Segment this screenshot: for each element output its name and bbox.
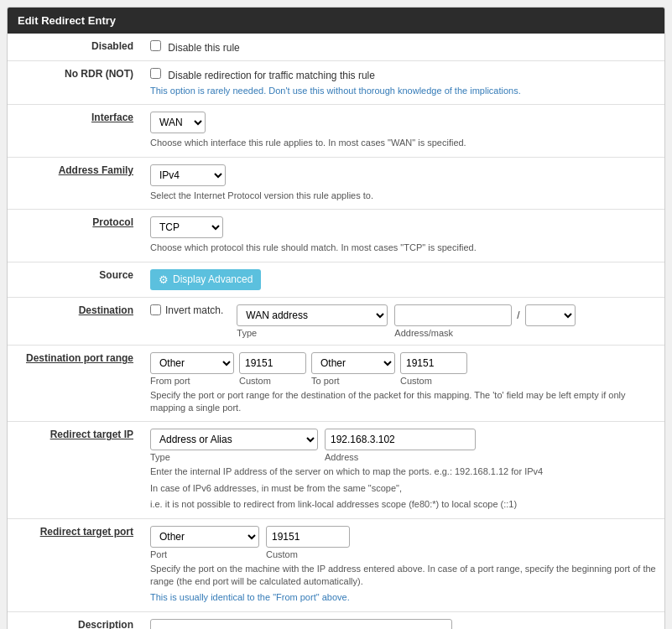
form-table: Disabled Disable this rule No RDR (NOT) …	[8, 34, 664, 629]
no-rdr-label: No RDR (NOT)	[8, 61, 142, 105]
interface-link[interactable]: Interface	[91, 112, 133, 123]
to-port-custom-group: Custom	[400, 352, 467, 386]
destination-address-label: Address/mask	[394, 328, 575, 338]
destination-type-label: Type	[237, 328, 388, 338]
from-port-type-group: Other HTTP HTTPS FTP SSH From port	[150, 352, 234, 386]
from-port-custom-input[interactable]	[239, 352, 306, 374]
redirect-port-custom-group: Custom	[266, 526, 350, 559]
destination-port-range-label: Destination port range	[8, 345, 142, 422]
redirect-ip-address-group: Address	[325, 429, 476, 462]
destination-cell: Invert match. WAN address Single host or…	[142, 297, 664, 345]
source-cell: ⚙ Display Advanced	[142, 262, 664, 297]
destination-port-range-help: Specify the port or port range for the d…	[150, 389, 656, 415]
no-rdr-checkbox-label[interactable]: Disable redirection for traffic matching…	[150, 70, 375, 81]
disabled-checkbox[interactable]	[150, 40, 161, 51]
description-cell: A description may be entered here for ad…	[142, 611, 664, 629]
interface-label: Interface	[8, 105, 142, 157]
destination-port-range-link[interactable]: Destination port range	[26, 352, 133, 364]
redirect-port-type-label: Port	[150, 549, 259, 559]
no-rdr-cell: Disable redirection for traffic matching…	[142, 61, 664, 105]
protocol-label: Protocol	[8, 210, 142, 262]
disabled-cell: Disable this rule	[142, 34, 664, 61]
redirect-ip-type-group: Address or Alias Single host or alias Ty…	[150, 429, 318, 462]
from-port-custom-label: Custom	[239, 376, 306, 386]
to-port-type-group: Other HTTP HTTPS FTP SSH To port	[311, 352, 395, 386]
description-input[interactable]	[150, 619, 452, 629]
display-advanced-button[interactable]: ⚙ Display Advanced	[150, 269, 261, 290]
destination-type-select[interactable]: WAN address Single host or alias Network…	[237, 304, 388, 326]
address-family-cell: IPv4 IPv6 IPv4+IPv6 Select the Internet …	[142, 157, 664, 209]
redirect-target-port-label: Redirect target port	[8, 518, 142, 611]
to-port-custom-input[interactable]	[400, 352, 467, 374]
to-port-type-select[interactable]: Other HTTP HTTPS FTP SSH	[311, 352, 395, 374]
redirect-target-port-cell: Other HTTP HTTPS FTP SSH Port Custom Spe…	[142, 518, 664, 611]
destination-address-input[interactable]	[394, 304, 512, 326]
destination-port-range-cell: Other HTTP HTTPS FTP SSH From port Custo…	[142, 345, 664, 422]
redirect-port-help1: Specify the port on the machine with the…	[150, 563, 656, 589]
destination-link[interactable]: Destination	[79, 304, 133, 316]
from-port-custom-group: Custom	[239, 352, 306, 386]
redirect-target-ip-link[interactable]: Redirect target IP	[50, 429, 133, 440]
redirect-ip-controls: Address or Alias Single host or alias Ty…	[150, 429, 656, 462]
address-family-row: Address Family IPv4 IPv6 IPv4+IPv6 Selec…	[8, 157, 664, 209]
destination-row: Destination Invert match. WAN address Si…	[8, 297, 664, 345]
redirect-target-port-select[interactable]: Other HTTP HTTPS FTP SSH	[150, 526, 259, 548]
redirect-target-ip-row: Redirect target IP Address or Alias Sing…	[8, 422, 664, 518]
invert-match-checkbox[interactable]	[150, 304, 161, 315]
redirect-ip-address-label: Address	[325, 452, 476, 462]
redirect-port-custom-label: Custom	[266, 549, 350, 559]
panel-title: Edit Redirect Entry	[8, 8, 664, 34]
redirect-port-controls: Other HTTP HTTPS FTP SSH Port Custom	[150, 526, 656, 559]
gear-icon: ⚙	[159, 273, 169, 286]
no-rdr-row: No RDR (NOT) Disable redirection for tra…	[8, 61, 664, 105]
to-port-label: To port	[311, 376, 395, 386]
invert-match-label: Invert match.	[165, 304, 223, 316]
protocol-row: Protocol TCP UDP TCP/UDP ICMP Choose whi…	[8, 210, 664, 262]
invert-match-group: Invert match.	[150, 304, 223, 316]
redirect-target-port-input[interactable]	[266, 526, 350, 548]
redirect-target-ip-input[interactable]	[325, 429, 476, 450]
interface-cell: WAN LAN OPT1 Choose which interface this…	[142, 105, 664, 157]
no-rdr-checkbox[interactable]	[150, 68, 161, 79]
redirect-ip-type-label: Type	[150, 452, 318, 462]
disabled-row: Disabled Disable this rule	[8, 34, 664, 61]
port-range-controls: Other HTTP HTTPS FTP SSH From port Custo…	[150, 352, 656, 386]
destination-label: Destination	[8, 297, 142, 345]
address-family-select[interactable]: IPv4 IPv6 IPv4+IPv6	[150, 164, 226, 186]
protocol-link[interactable]: Protocol	[92, 216, 133, 228]
dest-address-group: / Address/mask	[394, 304, 575, 338]
protocol-select[interactable]: TCP UDP TCP/UDP ICMP	[150, 216, 223, 238]
address-family-label: Address Family	[8, 157, 142, 209]
display-advanced-label: Display Advanced	[173, 273, 253, 285]
disabled-checkbox-label[interactable]: Disable this rule	[150, 42, 240, 54]
panel-title-text: Edit Redirect Entry	[18, 14, 116, 27]
slash-separator: /	[515, 305, 521, 325]
redirect-port-type-group: Other HTTP HTTPS FTP SSH Port	[150, 526, 259, 559]
redirect-target-ip-label: Redirect target IP	[8, 422, 142, 518]
destination-port-range-row: Destination port range Other HTTP HTTPS …	[8, 345, 664, 422]
no-rdr-help: This option is rarely needed. Don't use …	[150, 85, 656, 97]
to-port-custom-label: Custom	[400, 376, 467, 386]
disabled-label: Disabled	[8, 34, 142, 61]
redirect-target-ip-cell: Address or Alias Single host or alias Ty…	[142, 422, 664, 518]
from-port-label: From port	[150, 376, 234, 386]
destination-controls: Invert match. WAN address Single host or…	[150, 304, 656, 338]
description-row: Description A description may be entered…	[8, 611, 664, 629]
redirect-port-help2: This is usually identical to the "From p…	[150, 591, 656, 604]
interface-row: Interface WAN LAN OPT1 Choose which inte…	[8, 105, 664, 157]
address-family-help: Select the Internet Protocol version thi…	[150, 190, 656, 202]
redirect-ip-help2: In case of IPv6 addresses, in must be fr…	[150, 482, 656, 495]
from-port-type-select[interactable]: Other HTTP HTTPS FTP SSH	[150, 352, 234, 374]
redirect-target-port-row: Redirect target port Other HTTP HTTPS FT…	[8, 518, 664, 611]
edit-redirect-entry-panel: Edit Redirect Entry Disabled Disable thi…	[7, 7, 665, 629]
redirect-target-ip-type-select[interactable]: Address or Alias Single host or alias	[150, 429, 318, 450]
description-label: Description	[8, 611, 142, 629]
source-row: Source ⚙ Display Advanced	[8, 262, 664, 297]
redirect-target-port-link[interactable]: Redirect target port	[40, 526, 133, 538]
destination-mask-select[interactable]	[525, 304, 576, 326]
protocol-cell: TCP UDP TCP/UDP ICMP Choose which protoc…	[142, 210, 664, 262]
dest-type-group: WAN address Single host or alias Network…	[237, 304, 388, 338]
interface-select[interactable]: WAN LAN OPT1	[150, 112, 206, 133]
address-family-link[interactable]: Address Family	[59, 164, 133, 176]
redirect-ip-help3: i.e. it is not possible to redirect from…	[150, 498, 656, 511]
